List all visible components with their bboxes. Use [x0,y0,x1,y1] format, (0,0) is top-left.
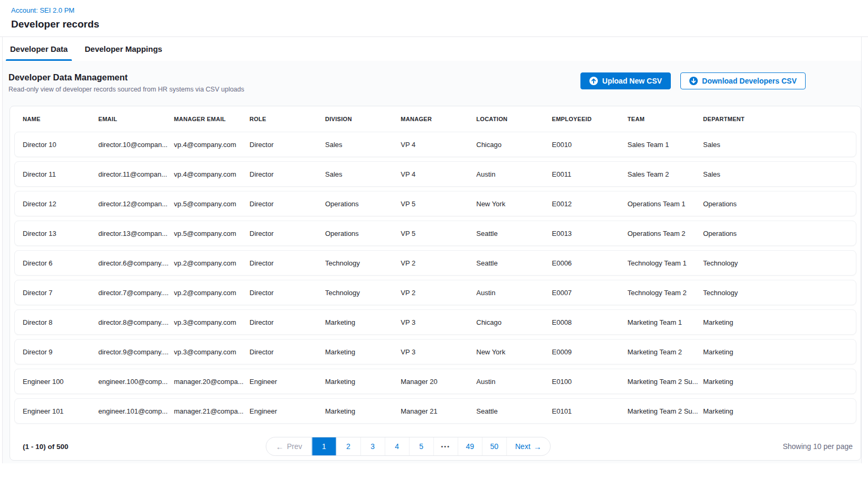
cell-employeeid: E0010 [552,141,627,149]
cell-email: director.10@compan... [98,141,174,149]
pagination-page-49[interactable]: 49 [458,437,482,455]
cell-department: Operations [703,200,856,208]
cell-manager: VP 4 [401,141,476,149]
cell-role: Director [250,230,325,237]
column-header-location: LOCATION [476,116,552,122]
cell-team: Technology Team 2 [627,289,703,297]
cell-employeeid: E0006 [552,259,627,267]
cell-email: director.8@company.... [98,318,174,326]
next-arrow-icon: → [533,442,541,451]
cell-division: Operations [325,230,401,237]
cell-department: Sales [703,170,856,178]
page-title: Developer records [11,19,868,30]
table-header-row: NAMEEMAILMANAGER EMAILROLEDIVISIONMANAGE… [10,106,861,132]
prev-label: Prev [287,442,302,451]
cell-employeeid: E0009 [552,348,627,356]
cell-name: Director 12 [23,200,98,208]
cell-manager: Manager 21 [401,407,476,415]
cell-department: Marketing [703,407,856,415]
cell-department: Sales [703,141,856,149]
column-header-name: NAME [23,116,98,122]
table-row: Director 7director.7@company....vp.2@com… [14,280,856,305]
upload-circle-icon [589,77,598,85]
cell-manager: VP 5 [401,230,476,237]
cell-email: director.7@company.... [98,289,174,297]
pagination-page-2[interactable]: 2 [336,437,361,455]
cell-location: Chicago [476,141,552,149]
cell-email: director.12@compan... [98,200,174,208]
cell-manager: VP 4 [401,170,476,178]
cell-role: Director [250,348,325,356]
cell-division: Technology [325,259,401,267]
cell-division: Technology [325,289,401,297]
cell-department: Operations [703,230,856,237]
cell-manager-email: vp.3@company.com [174,348,250,356]
tab-developer-mappings[interactable]: Developer Mappings [80,37,167,61]
column-header-team: TEAM [627,116,703,122]
cell-role: Director [250,170,325,178]
cell-manager-email: vp.3@company.com [174,318,250,326]
account-breadcrumb-link[interactable]: Account: SEI 2.0 PM [11,6,75,14]
cell-location: Chicago [476,318,552,326]
panel-header: Developer Data Management Read-only view… [6,72,858,106]
pagination-page-5[interactable]: 5 [409,437,433,455]
cell-division: Marketing [325,378,401,386]
cell-division: Marketing [325,318,401,326]
panel-header-text: Developer Data Management Read-only view… [8,72,244,93]
section-subtitle: Read-only view of developer records sour… [8,86,244,93]
pagination-page-1[interactable]: 1 [312,437,336,455]
cell-manager-email: vp.4@company.com [174,170,250,178]
section-title: Developer Data Management [8,72,244,83]
pagination-prev-button[interactable]: ←Prev [266,437,312,455]
cell-email: engineer.100@comp... [98,378,174,386]
table-row: Director 6director.6@company....vp.2@com… [14,250,856,276]
cell-employeeid: E0013 [552,230,627,237]
cell-manager: VP 3 [401,348,476,356]
table-row: Director 8director.8@company....vp.3@com… [14,309,856,335]
cell-employeeid: E0100 [552,378,627,386]
cell-department: Marketing [703,348,856,356]
cell-team: Marketing Team 2 Su... [627,378,703,386]
cell-manager: VP 2 [401,289,476,297]
pagination-next-button[interactable]: Next→ [506,437,550,455]
pagination: ←Prev12345•••4950Next→ [266,437,551,456]
download-developers-csv-button[interactable]: Download Developers CSV [680,72,806,89]
cell-location: Austin [476,289,552,297]
cell-employeeid: E0012 [552,200,627,208]
cell-name: Director 10 [23,141,98,149]
cell-location: New York [476,200,552,208]
upload-button-label: Upload New CSV [602,77,662,85]
page: Account: SEI 2.0 PM Developer records De… [0,0,868,463]
cell-manager: VP 3 [401,318,476,326]
cell-division: Marketing [325,407,401,415]
next-label: Next [515,442,531,451]
per-page-text: Showing 10 per page [783,442,853,451]
cell-manager-email: vp.5@company.com [174,200,250,208]
cell-name: Engineer 100 [23,378,98,386]
pagination-ellipsis: ••• [433,437,458,455]
pagination-page-4[interactable]: 4 [385,437,409,455]
pagination-range-text: (1 - 10) of 500 [23,443,68,451]
tab-developer-data[interactable]: Developer Data [6,37,72,61]
cell-email: director.11@compan... [98,170,174,178]
table-row: Director 10director.10@compan...vp.4@com… [14,132,856,157]
cell-manager-email: vp.2@company.com [174,259,250,267]
cell-location: Seattle [476,407,552,415]
cell-team: Marketing Team 2 Su... [627,407,703,415]
column-header-department: DEPARTMENT [703,116,861,122]
cell-role: Director [250,289,325,297]
panel-actions: Upload New CSV Download Developers CSV [580,72,806,89]
column-header-employeeid: EMPLOYEEID [552,116,627,122]
pagination-page-50[interactable]: 50 [482,437,506,455]
upload-new-csv-button[interactable]: Upload New CSV [580,72,671,89]
pagination-page-3[interactable]: 3 [361,437,385,455]
column-header-role: ROLE [250,116,325,122]
cell-team: Marketing Team 2 [627,348,703,356]
cell-role: Director [250,318,325,326]
download-button-label: Download Developers CSV [702,77,797,85]
developer-data-panel: Developer Data Management Read-only view… [3,61,861,463]
cell-team: Operations Team 2 [627,230,703,237]
table-row: Director 11director.11@compan...vp.4@com… [14,161,856,187]
cell-manager-email: vp.2@company.com [174,289,250,297]
table-row: Engineer 100engineer.100@comp...manager.… [14,369,856,394]
